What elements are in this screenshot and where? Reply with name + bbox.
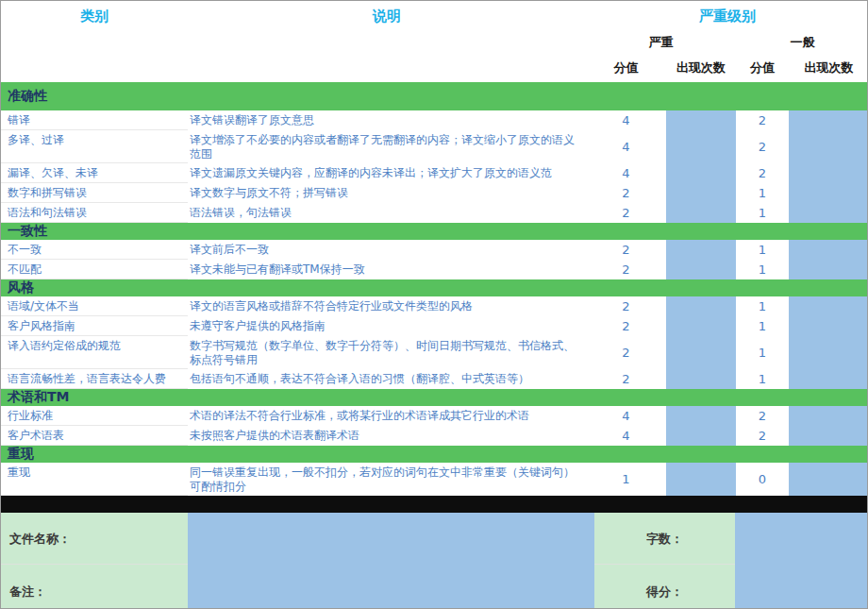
notes-label: 备注： (1, 565, 188, 609)
header-spacer (1, 31, 586, 54)
severe-occurrences-cell[interactable] (666, 163, 736, 183)
table-section: 一致性不一致译文前后不一致21不匹配译文未能与已有翻译或TM保持一致21 (1, 223, 867, 279)
table-row: 客户术语表未按照客户提供的术语表翻译术语42 (1, 426, 867, 446)
severe-score-cell: 4 (586, 163, 666, 183)
general-occurrences-cell[interactable] (789, 406, 868, 426)
file-name-input[interactable] (188, 513, 594, 565)
table-row: 不一致译文前后不一致21 (1, 240, 867, 260)
section-header: 风格 (1, 279, 867, 296)
general-score-cell: 2 (736, 163, 789, 183)
general-occurrences-cell[interactable] (789, 369, 868, 389)
notes-input[interactable] (188, 565, 594, 609)
severe-occurrences-cell[interactable] (666, 316, 736, 336)
general-occurrences-cell[interactable] (789, 203, 868, 223)
general-occurrences-cell[interactable] (789, 163, 868, 183)
table-row: 语域/文体不当译文的语言风格或措辞不符合特定行业或文件类型的风格21 (1, 296, 867, 316)
severe-score-cell: 1 (586, 463, 666, 496)
translation-qa-scorecard: 类别 说明 严重级别 严重 一般 分值 出现次数 分值 出现次数 准确性错译译文… (0, 0, 868, 609)
summary-footer: 文件名称： 字数： 备注： 得分： (1, 513, 867, 609)
table-row: 不匹配译文未能与已有翻译或TM保持一致21 (1, 260, 867, 279)
severe-occurrences-cell[interactable] (666, 240, 736, 260)
general-score-cell: 1 (736, 316, 789, 336)
severe-score-cell: 4 (586, 130, 666, 163)
severe-score-cell: 2 (586, 183, 666, 203)
general-occurrences-cell[interactable] (789, 260, 868, 279)
word-count-input[interactable] (735, 513, 868, 565)
severe-score-cell: 4 (586, 406, 666, 426)
table-section: 重现重现同一错误重复出现，一般不扣分，若对应的词句在文中非常重要（关键词句）可酌… (1, 446, 867, 496)
severe-occurrences-cell[interactable] (666, 260, 736, 279)
section-header: 术语和TM (1, 389, 867, 406)
error-type-cell: 译入语约定俗成的规范 (1, 336, 188, 369)
header-spacer (1, 54, 586, 82)
section-header: 一致性 (1, 223, 867, 240)
severe-occurrences-cell[interactable] (666, 203, 736, 223)
severe-occurrences-cell[interactable] (666, 426, 736, 446)
column-header-severity-level: 严重级别 (586, 1, 868, 31)
general-score-cell: 2 (736, 426, 789, 446)
general-occurrences-cell[interactable] (789, 316, 868, 336)
severe-score-cell: 2 (586, 336, 666, 369)
severe-score-cell: 2 (586, 296, 666, 316)
general-score-cell: 1 (736, 296, 789, 316)
column-header-category: 类别 (1, 1, 188, 31)
error-description-cell: 术语的译法不符合行业标准，或将某行业的术语译成其它行业的术语 (188, 406, 586, 426)
general-occurrences-cell[interactable] (789, 336, 868, 369)
severe-occurrences-cell[interactable] (666, 406, 736, 426)
column-header-severe-score: 分值 (586, 54, 666, 82)
general-score-cell: 1 (736, 336, 789, 369)
score-input[interactable] (735, 565, 868, 609)
severe-occurrences-cell[interactable] (666, 130, 736, 163)
severe-occurrences-cell[interactable] (666, 296, 736, 316)
general-occurrences-cell[interactable] (789, 130, 868, 163)
table-row: 语法和句法错误语法错误，句法错误21 (1, 203, 867, 223)
severe-occurrences-cell[interactable] (666, 110, 736, 130)
table-body: 准确性错译译文错误翻译了原文意思42多译、过译译文增添了不必要的内容或者翻译了无… (1, 82, 867, 496)
table-row: 漏译、欠译、未译译文遗漏原文关键内容，应翻译的内容未译出；译文扩大了原文的语义范… (1, 163, 867, 183)
column-group-severe: 严重 (586, 31, 736, 54)
error-type-cell: 语域/文体不当 (1, 296, 188, 316)
general-score-cell: 2 (736, 110, 789, 130)
severe-occurrences-cell[interactable] (666, 336, 736, 369)
general-occurrences-cell[interactable] (789, 110, 868, 130)
file-name-label: 文件名称： (1, 513, 188, 565)
table-header-row: 类别 说明 严重级别 (1, 1, 867, 31)
table-row: 重现同一错误重复出现，一般不扣分，若对应的词句在文中非常重要（关键词句）可酌情扣… (1, 463, 867, 496)
general-occurrences-cell[interactable] (789, 426, 868, 446)
table-row: 多译、过译译文增添了不必要的内容或者翻译了无需翻译的内容；译文缩小了原文的语义范… (1, 130, 867, 163)
severe-score-cell: 4 (586, 426, 666, 446)
error-description-cell: 译文数字与原文不符；拼写错误 (188, 183, 586, 203)
general-occurrences-cell[interactable] (789, 296, 868, 316)
severe-occurrences-cell[interactable] (666, 463, 736, 496)
general-occurrences-cell[interactable] (789, 240, 868, 260)
severe-score-cell: 2 (586, 260, 666, 279)
severity-subheader-row: 分值 出现次数 分值 出现次数 (1, 54, 867, 82)
severe-score-cell: 4 (586, 110, 666, 130)
score-label: 得分： (594, 565, 735, 609)
error-description-cell: 语法错误，句法错误 (188, 203, 586, 223)
table-row: 错译译文错误翻译了原文意思42 (1, 110, 867, 130)
table-row: 译入语约定俗成的规范数字书写规范（数字单位、数字千分符等）、时间日期书写规范、书… (1, 336, 867, 369)
error-description-cell: 数字书写规范（数字单位、数字千分符等）、时间日期书写规范、书信格式、标点符号错用 (188, 336, 586, 369)
error-type-cell: 语法和句法错误 (1, 203, 188, 223)
error-type-cell: 不匹配 (1, 260, 188, 279)
general-occurrences-cell[interactable] (789, 183, 868, 203)
general-score-cell: 0 (736, 463, 789, 496)
error-description-cell: 译文未能与已有翻译或TM保持一致 (188, 260, 586, 279)
severe-score-cell: 2 (586, 240, 666, 260)
column-header-severe-occurrences: 出现次数 (666, 54, 736, 82)
error-description-cell: 未按照客户提供的术语表翻译术语 (188, 426, 586, 446)
severe-occurrences-cell[interactable] (666, 369, 736, 389)
severity-group-row: 严重 一般 (1, 31, 867, 54)
general-occurrences-cell[interactable] (789, 463, 868, 496)
severe-occurrences-cell[interactable] (666, 183, 736, 203)
general-score-cell: 1 (736, 183, 789, 203)
error-description-cell: 同一错误重复出现，一般不扣分，若对应的词句在文中非常重要（关键词句）可酌情扣分 (188, 463, 586, 496)
table-row: 数字和拼写错误译文数字与原文不符；拼写错误21 (1, 183, 867, 203)
table-section: 术语和TM行业标准术语的译法不符合行业标准，或将某行业的术语译成其它行业的术语4… (1, 389, 867, 446)
section-header: 重现 (1, 446, 867, 463)
column-group-general: 一般 (736, 31, 868, 54)
general-score-cell: 2 (736, 406, 789, 426)
column-header-description: 说明 (188, 1, 586, 31)
severe-score-cell: 2 (586, 203, 666, 223)
